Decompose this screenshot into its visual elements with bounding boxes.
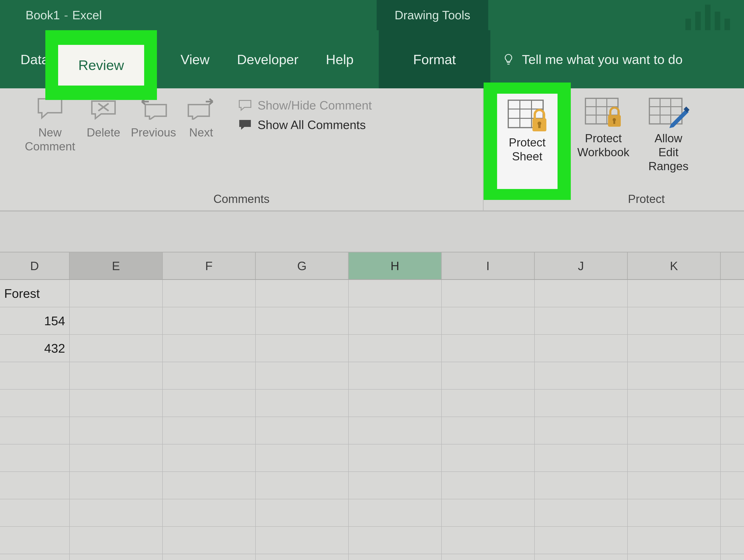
cell[interactable] (70, 444, 163, 472)
cell[interactable] (721, 527, 744, 554)
cell[interactable] (70, 417, 163, 444)
cell[interactable] (442, 417, 535, 444)
cell[interactable] (628, 472, 721, 499)
cell[interactable] (721, 362, 744, 389)
cell[interactable] (256, 417, 349, 444)
cell[interactable] (628, 335, 721, 362)
protect-sheet-button[interactable]: Protect Sheet (497, 94, 558, 189)
allow-edit-ranges-button[interactable]: Allow Edit Ranges (639, 94, 698, 176)
cell[interactable]: 432 (0, 335, 70, 362)
cell[interactable] (628, 554, 721, 560)
cell[interactable] (535, 554, 628, 560)
cell[interactable]: 154 (0, 307, 70, 335)
tell-me-search[interactable]: Tell me what you want to do (490, 52, 683, 67)
tab-developer[interactable]: Developer (221, 30, 314, 88)
cell[interactable] (256, 527, 349, 554)
cell[interactable] (721, 417, 744, 444)
cell[interactable] (349, 335, 442, 362)
cell[interactable] (721, 472, 744, 499)
cell[interactable] (256, 307, 349, 335)
new-comment-button[interactable]: New Comment (23, 94, 77, 153)
cell[interactable] (442, 389, 535, 417)
cell[interactable] (163, 280, 256, 307)
cell[interactable] (442, 335, 535, 362)
cell[interactable] (721, 444, 744, 472)
cell[interactable] (628, 362, 721, 389)
cell[interactable] (0, 554, 70, 560)
cell[interactable] (0, 417, 70, 444)
cell[interactable] (721, 499, 744, 527)
tab-format[interactable]: Format (379, 30, 490, 88)
cell[interactable] (0, 499, 70, 527)
cell[interactable] (628, 417, 721, 444)
cell[interactable] (0, 444, 70, 472)
cell[interactable] (163, 527, 256, 554)
cell[interactable] (163, 335, 256, 362)
cell[interactable]: Forest (0, 280, 70, 307)
cell[interactable] (256, 472, 349, 499)
cell[interactable] (70, 472, 163, 499)
cell[interactable] (163, 417, 256, 444)
cell[interactable] (256, 389, 349, 417)
column-header-j[interactable]: J (535, 253, 628, 279)
cell[interactable] (70, 389, 163, 417)
cell[interactable] (442, 499, 535, 527)
cell[interactable] (721, 554, 744, 560)
cell[interactable] (535, 362, 628, 389)
cell[interactable] (256, 554, 349, 560)
cell[interactable] (535, 307, 628, 335)
cell[interactable] (535, 280, 628, 307)
cell[interactable] (0, 389, 70, 417)
show-all-comments-button[interactable]: Show All Comments (238, 118, 372, 132)
cell[interactable] (442, 444, 535, 472)
cell[interactable] (721, 307, 744, 335)
cell[interactable] (721, 280, 744, 307)
tab-help[interactable]: Help (315, 30, 365, 88)
cell[interactable] (628, 527, 721, 554)
cell[interactable] (628, 444, 721, 472)
cell[interactable] (628, 389, 721, 417)
cell[interactable] (535, 472, 628, 499)
column-header-g[interactable]: G (256, 253, 349, 279)
column-header-f[interactable]: F (163, 253, 256, 279)
cell[interactable] (349, 444, 442, 472)
cell[interactable] (256, 499, 349, 527)
cell[interactable] (70, 335, 163, 362)
cell[interactable] (442, 554, 535, 560)
cell[interactable] (442, 472, 535, 499)
cell[interactable] (256, 335, 349, 362)
column-header-e[interactable]: E (70, 253, 163, 279)
cell[interactable] (256, 444, 349, 472)
column-header-i[interactable]: I (442, 253, 535, 279)
cell[interactable] (70, 554, 163, 560)
cell[interactable] (349, 362, 442, 389)
cell[interactable] (163, 472, 256, 499)
cell[interactable] (0, 362, 70, 389)
cell[interactable] (349, 389, 442, 417)
tab-review[interactable]: Review (58, 45, 144, 85)
cell[interactable] (70, 280, 163, 307)
cell[interactable] (349, 280, 442, 307)
cell[interactable] (256, 280, 349, 307)
next-comment-button[interactable]: Next (184, 94, 219, 140)
cell[interactable] (535, 444, 628, 472)
column-header-edge[interactable] (721, 253, 744, 279)
cell[interactable] (628, 307, 721, 335)
cell[interactable] (535, 417, 628, 444)
cell[interactable] (70, 499, 163, 527)
cell[interactable] (70, 362, 163, 389)
cell[interactable] (349, 499, 442, 527)
cell[interactable] (535, 389, 628, 417)
show-hide-comment-button[interactable]: Show/Hide Comment (238, 98, 372, 112)
column-header-d[interactable]: D (0, 253, 70, 279)
cell[interactable] (628, 280, 721, 307)
cell[interactable] (0, 527, 70, 554)
cell[interactable] (628, 499, 721, 527)
cell[interactable] (70, 527, 163, 554)
column-header-k[interactable]: K (628, 253, 721, 279)
cell[interactable] (535, 335, 628, 362)
cell[interactable] (349, 307, 442, 335)
cell[interactable] (163, 362, 256, 389)
cell[interactable] (349, 527, 442, 554)
cell[interactable] (721, 389, 744, 417)
